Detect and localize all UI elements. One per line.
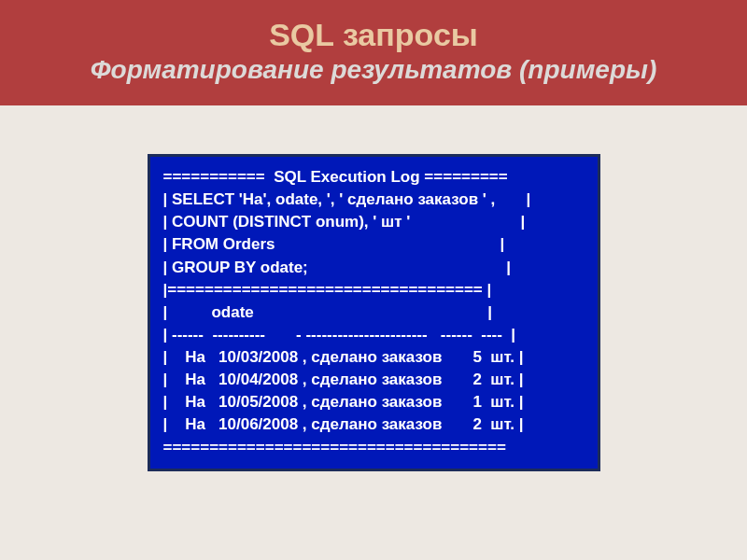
code-line: |================================== | [163, 279, 588, 301]
code-line: | SELECT 'На', odate, ', ' сделано заказ… [163, 189, 588, 211]
code-line: | ------ ---------- - ------------------… [163, 324, 588, 346]
code-line: | GROUP BY odate; | [163, 257, 588, 279]
code-line: =========== SQL Execution Log ========= [163, 166, 588, 189]
code-line: | На 10/03/2008 , сделано заказов 5 шт. … [163, 346, 588, 369]
code-line: | FROM Orders | [163, 233, 588, 256]
code-line: | На 10/05/2008 , сделано заказов 1 шт. … [163, 391, 588, 413]
slide-subtitle: Форматирование результатов (примеры) [9, 55, 738, 85]
code-line: | На 10/06/2008 , сделано заказов 2 шт. … [163, 413, 588, 436]
code-line: ===================================== [163, 437, 588, 459]
slide-title: SQL запросы [9, 17, 738, 53]
code-line: | odate | [163, 301, 588, 324]
sql-log-box: =========== SQL Execution Log ========= … [148, 154, 600, 471]
code-line: | На 10/04/2008 , сделано заказов 2 шт. … [163, 369, 588, 391]
code-line: | COUNT (DISTINCT onum), ' шт ' | [163, 211, 588, 233]
slide-header: SQL запросы Форматирование результатов (… [0, 0, 747, 105]
